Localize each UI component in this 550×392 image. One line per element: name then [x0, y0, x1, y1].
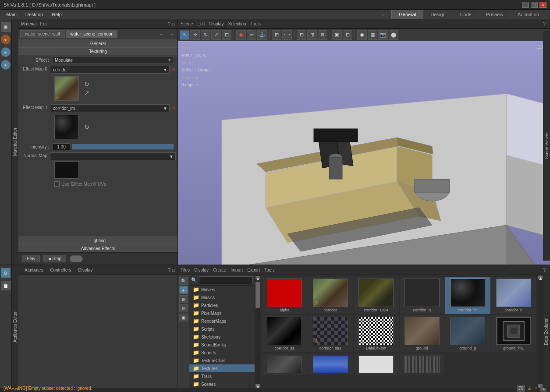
- effect-map-1-remove[interactable]: ✕: [171, 105, 176, 111]
- attr-tab-attributes[interactable]: Attributes: [21, 265, 46, 275]
- tab-arrow-left[interactable]: ←: [157, 31, 166, 37]
- section-general[interactable]: General: [18, 39, 177, 47]
- effect-select[interactable]: Modulate ▼: [53, 56, 174, 64]
- tab-design[interactable]: Design: [423, 10, 453, 19]
- tex-corridor-sa[interactable]: corridor_sa: [262, 315, 307, 352]
- attr-tab-controllers[interactable]: Controllers: [46, 265, 75, 275]
- effect-map-1-select[interactable]: corridor_lm ▼: [51, 104, 170, 112]
- scene-menu-display[interactable]: Display: [209, 21, 224, 26]
- tool-anchor[interactable]: ⚓: [257, 30, 267, 40]
- tool-a[interactable]: ⊟: [297, 30, 306, 40]
- tool-move[interactable]: ✛: [190, 30, 200, 40]
- scene-menu-scene[interactable]: Scene: [181, 21, 193, 26]
- tab-arrow-right[interactable]: →: [167, 31, 176, 37]
- scene-menu-edit[interactable]: Edit: [197, 21, 205, 26]
- tex-scroll-up[interactable]: ▲: [538, 275, 543, 279]
- tool-rotate[interactable]: ↻: [201, 30, 210, 40]
- tool-e[interactable]: ⊡: [343, 30, 352, 40]
- tool-5[interactable]: ⊡: [222, 30, 231, 40]
- panel-menu-material[interactable]: Material: [21, 21, 37, 26]
- tool-color[interactable]: ◉: [236, 30, 246, 40]
- attr-resize[interactable]: □: [172, 268, 175, 272]
- tab-code[interactable]: Code: [453, 10, 479, 19]
- tool-paint[interactable]: ✏: [247, 30, 256, 40]
- left-icon-2[interactable]: ●: [1, 35, 11, 44]
- tex-row2-3[interactable]: [354, 354, 399, 375]
- use-uvs-checkbox[interactable]: [54, 181, 60, 187]
- tex-alpha[interactable]: alpha: [262, 277, 307, 314]
- effect-map-0-arrow-icon[interactable]: ↗: [84, 89, 89, 96]
- create-menu[interactable]: Create: [213, 268, 226, 272]
- tool-camera[interactable]: 📷: [378, 30, 388, 40]
- tool-select[interactable]: ↖: [180, 30, 189, 40]
- tool-sphere[interactable]: ◉: [357, 30, 367, 40]
- tool-checker[interactable]: ▦: [368, 30, 377, 40]
- intensity-slider[interactable]: [72, 144, 174, 150]
- tool-d[interactable]: ▣: [332, 30, 342, 40]
- search-input[interactable]: [199, 276, 253, 284]
- tools-menu[interactable]: Tools: [264, 268, 274, 272]
- tex-ground-g[interactable]: ground_g: [445, 315, 490, 352]
- lighting-btn[interactable]: Lighting: [18, 237, 177, 244]
- effect-map-0-refresh[interactable]: ↻: [84, 81, 89, 88]
- tree-particles[interactable]: 📁Particles: [189, 301, 255, 309]
- explorer-help[interactable]: ?: [543, 268, 546, 272]
- tool-dots[interactable]: ⋮⋮: [282, 30, 292, 40]
- data-tool-3[interactable]: ⊞: [179, 295, 188, 303]
- tree-scrollbar[interactable]: ▲ ▼: [255, 275, 260, 388]
- attr-tab-display[interactable]: Display: [75, 265, 96, 275]
- tree-scripts[interactable]: 📁Scripts: [189, 325, 255, 333]
- tree-rendermaps[interactable]: 📁RenderMaps: [189, 317, 255, 325]
- scene-help[interactable]: ?: [543, 21, 546, 26]
- data-tool-search[interactable]: 🔍: [179, 277, 188, 285]
- minimize-btn[interactable]: ─: [522, 2, 529, 8]
- left-icon-4[interactable]: ●: [1, 60, 11, 70]
- panel-help-btn[interactable]: ?: [168, 21, 170, 26]
- data-tool-4[interactable]: ⊟: [179, 304, 188, 312]
- normal-map-select[interactable]: ▼: [51, 152, 176, 160]
- scroll-up[interactable]: ▲: [255, 276, 260, 279]
- files-menu[interactable]: Files: [181, 268, 190, 272]
- tex-corridor-g[interactable]: corridor_g: [400, 277, 445, 314]
- scroll-down[interactable]: ▼: [255, 384, 260, 388]
- close-btn[interactable]: ✕: [539, 2, 546, 8]
- tab-general[interactable]: General: [391, 10, 423, 19]
- panel-menu-edit[interactable]: Edit: [40, 21, 48, 26]
- tex-corridor-n[interactable]: corridor_n: [491, 277, 536, 314]
- tex-corridor-lm[interactable]: corridor_lm: [445, 277, 490, 314]
- attr-icon-1[interactable]: ⚙: [1, 268, 11, 278]
- advanced-effects-btn[interactable]: Advanced Effects: [18, 244, 177, 252]
- scene-menu-tools[interactable]: Tools: [251, 21, 261, 26]
- menu-desktop[interactable]: Desktop: [21, 11, 47, 18]
- tex-defaultfont[interactable]: ⚠ DefaultFont: [354, 315, 399, 352]
- menu-help[interactable]: Help: [47, 11, 66, 18]
- tree-skeletons[interactable]: 📁Skeletons: [189, 333, 255, 341]
- intensity-value[interactable]: 1.00: [53, 143, 70, 150]
- tool-f[interactable]: ⬤: [389, 30, 398, 40]
- left-icon-3[interactable]: ●: [1, 47, 11, 57]
- attr-icon-2[interactable]: 📋: [1, 281, 11, 290]
- tab-preview[interactable]: Preview: [479, 10, 511, 19]
- mat-tab-wall[interactable]: water_scene_wall: [20, 30, 65, 38]
- tex-ground-lm1[interactable]: ground_lm1: [491, 315, 536, 352]
- tool-scale[interactable]: ⤢: [211, 30, 221, 40]
- tree-soundbanks[interactable]: 📁SoundBanks: [189, 341, 255, 349]
- scene-menu-selection[interactable]: Selection: [228, 21, 246, 26]
- tab-animation[interactable]: Animation: [511, 10, 546, 19]
- attr-help[interactable]: ?: [168, 268, 170, 272]
- tex-ground[interactable]: ground: [400, 315, 445, 352]
- play-button[interactable]: Play: [22, 255, 40, 262]
- tree-scenes[interactable]: 📁Scenes: [189, 380, 255, 388]
- tex-row2-1[interactable]: [262, 354, 307, 375]
- tree-textures[interactable]: 📁Textures: [189, 364, 255, 372]
- left-icon-1[interactable]: ▣: [1, 22, 11, 32]
- tree-textureclips[interactable]: 📁TextureClips: [189, 357, 255, 364]
- effect-map-0-select[interactable]: corridor ▼: [51, 66, 170, 74]
- display-menu[interactable]: Display: [194, 268, 209, 272]
- tool-c[interactable]: ⚙: [318, 30, 327, 40]
- tree-pixelmaps[interactable]: 📁PixelMaps: [189, 309, 255, 317]
- scroll-thumb[interactable]: [255, 282, 260, 308]
- import-menu[interactable]: Import: [231, 268, 243, 272]
- tex-row2-4[interactable]: [400, 354, 445, 375]
- tex-row2-2[interactable]: [308, 354, 353, 375]
